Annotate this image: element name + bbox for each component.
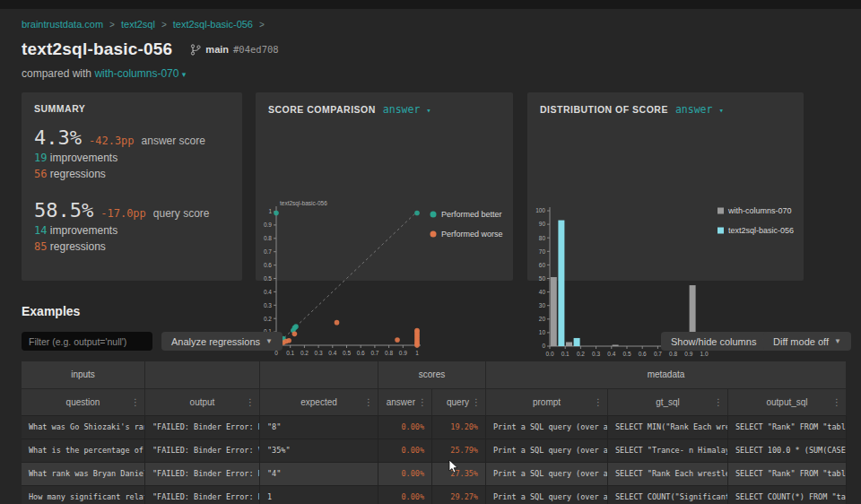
column-menu-icon[interactable]: ⋮ [832,389,841,415]
column-menu-icon[interactable]: ⋮ [364,389,373,415]
cell-expected[interactable]: "35%" [260,439,378,463]
compared-with: compared with with-columns-070 ▾ [22,67,186,80]
cell-output_sql[interactable]: SELECT "Rank" FROM "table"… [728,416,847,439]
column-header-output[interactable]: output⋮ [145,389,260,416]
cell-prompt[interactable]: Print a SQL query (over a … [486,463,608,486]
breadcrumb-separator: > [161,20,167,30]
svg-text:0.8: 0.8 [385,350,393,356]
cell-answer[interactable]: 0.00% [378,463,432,486]
summary-metric: 4.3%-42.3ppanswer score19 improvements56… [34,126,230,181]
cell-output[interactable]: "FAILED: Binder Error: Ref… [145,416,260,439]
git-branch-icon [190,44,201,56]
summary-panel: SUMMARY 4.3%-42.3ppanswer score19 improv… [22,92,242,281]
column-header-output_sql[interactable]: output_sql⋮ [728,389,847,416]
improvements-line: 19 improvements [34,152,230,165]
table-row[interactable]: What is the percentage of …"FAILED: Bind… [22,439,847,463]
examples-table: inputsscoresmetadata question⋮output⋮exp… [22,361,847,504]
table-group-header: inputsscoresmetadata [22,361,847,389]
show-hide-columns-button[interactable]: Show/hide columns▼ [661,332,778,351]
cell-expected[interactable]: "4" [260,463,378,486]
cell-prompt[interactable]: Print a SQL query (over a … [486,416,608,439]
cell-output_sql[interactable]: SELECT "Rank" FROM "table"… [728,463,847,486]
cell-output_sql[interactable]: SELECT 100.0 * (SUM(CASE W… [728,439,847,463]
cell-output[interactable]: "FAILED: Binder Error: Ref… [145,463,260,486]
cell-gt_sql[interactable]: SELECT "Rank Each wrestler… [608,463,728,486]
cell-query[interactable]: 27.35% [432,463,486,486]
cell-answer[interactable]: 0.00% [378,439,432,463]
cell-expected[interactable]: "8" [260,416,378,439]
column-menu-icon[interactable]: ⋮ [418,389,427,415]
breadcrumb-separator: > [259,20,265,30]
svg-text:70: 70 [539,248,546,255]
cell-output_sql[interactable]: SELECT COUNT(*) FROM "tabl… [728,486,847,504]
cell-output[interactable]: "FAILED: Binder Error: Ref… [145,486,260,504]
score-comparison-title: SCORE COMPARISONanswer ▾ [256,92,513,116]
column-header-prompt[interactable]: prompt⋮ [486,389,608,416]
column-menu-icon[interactable]: ⋮ [246,389,255,415]
column-header-answer[interactable]: answer⋮ [378,389,432,416]
summary-title: SUMMARY [22,92,242,114]
svg-text:10: 10 [539,329,546,335]
table-body: What was Go Shiozaki's ran…"FAILED: Bind… [22,416,847,504]
column-header-query[interactable]: query⋮ [432,389,486,416]
compared-with-link[interactable]: with-columns-070 [94,67,178,80]
svg-text:Performed worse: Performed worse [441,230,503,239]
breadcrumb-item[interactable]: braintrustdata.com [22,19,103,30]
breadcrumb-item[interactable]: text2sql-basic-056 [173,19,253,30]
cell-prompt[interactable]: Print a SQL query (over a … [486,439,608,463]
svg-text:0.5: 0.5 [343,350,351,356]
table-row[interactable]: How many significant relat…"FAILED: Bind… [22,486,847,504]
table-row[interactable]: What was Go Shiozaki's ran…"FAILED: Bind… [22,416,847,439]
column-group-empty [145,361,260,389]
chevron-down-icon: ▼ [834,337,841,345]
svg-text:0.6: 0.6 [639,351,647,357]
svg-text:0.8: 0.8 [669,351,677,357]
cell-query[interactable]: 19.20% [432,416,486,439]
svg-text:with-columns-070: with-columns-070 [727,206,792,215]
cell-question[interactable]: What was Go Shiozaki's ran… [22,416,145,439]
cell-question[interactable]: How many significant relat… [22,486,145,504]
cell-question[interactable]: What is the percentage of … [22,439,145,463]
cell-gt_sql[interactable]: SELECT "Trance- n Himalaya… [608,439,728,463]
cell-question[interactable]: What rank was Bryan Daniel… [22,463,145,486]
svg-text:0.1: 0.1 [561,351,570,357]
score-comparison-label: SCORE COMPARISON [268,104,376,115]
table-column-header: question⋮output⋮expected⋮answer⋮query⋮pr… [22,389,847,416]
metric-label: answer score [142,135,205,147]
cell-expected[interactable]: 1 [260,486,378,504]
svg-text:0.3: 0.3 [315,350,323,356]
column-header-question[interactable]: question⋮ [22,389,145,416]
cell-answer[interactable]: 0.00% [378,416,432,439]
svg-text:0.8: 0.8 [264,235,272,241]
score-metric-selector[interactable]: answer ▾ [383,103,431,116]
cell-query[interactable]: 25.79% [432,439,486,463]
column-menu-icon[interactable]: ⋮ [472,389,481,415]
distribution-title: DISTRIBUTION OF SCOREanswer ▾ [527,92,804,116]
cell-gt_sql[interactable]: SELECT MIN("Rank Each wres… [608,416,728,439]
chevron-down-icon[interactable]: ▾ [182,70,187,79]
cell-answer[interactable]: 0.00% [378,486,432,504]
regressions-line: 56 regressions [34,168,230,181]
examples-heading: Examples [22,304,80,318]
column-header-expected[interactable]: expected⋮ [260,389,378,416]
column-menu-icon[interactable]: ⋮ [131,389,140,415]
diff-mode-button[interactable]: Diff mode off▼ [763,332,851,351]
column-header-gt_sql[interactable]: gt_sql⋮ [608,389,728,416]
top-bar [0,0,861,9]
breadcrumb-item[interactable]: text2sql [121,19,155,30]
metric-value: 4.3% [34,126,82,149]
cell-query[interactable]: 29.27% [432,486,486,504]
analyze-regressions-button[interactable]: Analyze regressions▼ [161,332,283,351]
svg-text:50: 50 [539,275,546,282]
filter-input[interactable] [22,332,152,351]
svg-text:0.1: 0.1 [286,350,294,356]
svg-text:30: 30 [539,302,546,308]
distribution-metric-selector[interactable]: answer ▾ [675,103,724,116]
column-menu-icon[interactable]: ⋮ [594,389,603,415]
table-row[interactable]: What rank was Bryan Daniel…"FAILED: Bind… [22,463,847,486]
svg-text:40: 40 [539,289,546,295]
column-menu-icon[interactable]: ⋮ [714,389,723,415]
cell-gt_sql[interactable]: SELECT COUNT("Significant … [608,486,728,504]
cell-prompt[interactable]: Print a SQL query (over a … [486,486,608,504]
cell-output[interactable]: "FAILED: Binder Error: Val… [145,439,260,463]
